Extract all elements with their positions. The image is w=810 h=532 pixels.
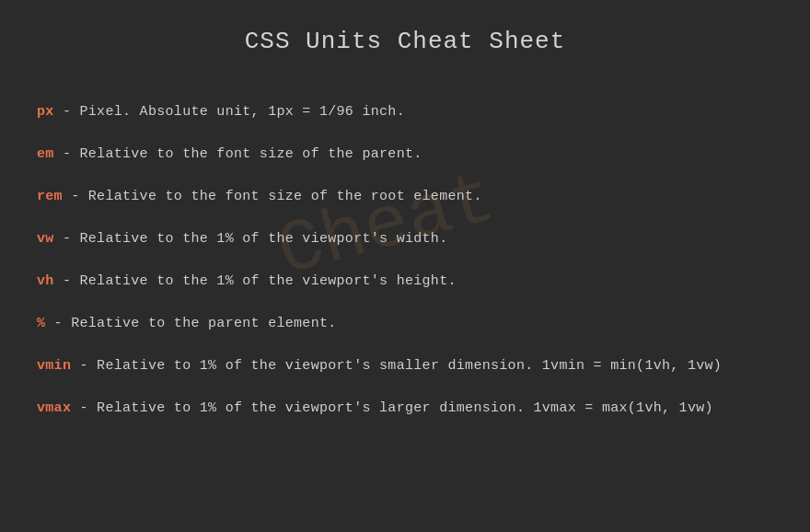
unit-description-1: - Relative to the font size of the paren… xyxy=(54,146,422,162)
unit-description-3: - Relative to the 1% of the viewport's w… xyxy=(54,231,448,247)
unit-row: vmin - Relative to 1% of the viewport's … xyxy=(37,355,792,377)
unit-keyword-%: % xyxy=(37,316,45,331)
unit-keyword-vmin: vmin xyxy=(37,358,71,374)
unit-row: vw - Relative to the 1% of the viewport'… xyxy=(37,228,792,250)
unit-keyword-rem: rem xyxy=(37,189,63,204)
unit-row: vmax - Relative to 1% of the viewport's … xyxy=(37,398,792,420)
unit-row: rem - Relative to the font size of the r… xyxy=(37,186,792,208)
unit-keyword-vmax: vmax xyxy=(37,400,71,416)
unit-keyword-px: px xyxy=(37,104,54,120)
unit-description-4: - Relative to the 1% of the viewport's h… xyxy=(54,273,457,289)
unit-row: em - Relative to the font size of the pa… xyxy=(37,144,792,166)
page-title: CSS Units Cheat Sheet xyxy=(18,28,792,55)
unit-row: vh - Relative to the 1% of the viewport'… xyxy=(37,271,792,293)
title-container: CSS Units Cheat Sheet xyxy=(18,28,792,55)
unit-keyword-em: em xyxy=(37,146,54,162)
unit-description-6: - Relative to 1% of the viewport's small… xyxy=(71,358,722,374)
unit-description-2: - Relative to the font size of the root … xyxy=(63,189,482,204)
unit-description-5: - Relative to the parent element. xyxy=(45,316,336,331)
unit-description-0: - Pixel. Absolute unit, 1px = 1/96 inch. xyxy=(54,104,405,120)
content-area: px - Pixel. Absolute unit, 1px = 1/96 in… xyxy=(18,101,792,420)
unit-row: px - Pixel. Absolute unit, 1px = 1/96 in… xyxy=(37,101,792,123)
unit-description-7: - Relative to 1% of the viewport's large… xyxy=(71,400,713,416)
unit-keyword-vh: vh xyxy=(37,273,54,289)
unit-keyword-vw: vw xyxy=(37,231,54,247)
unit-row: % - Relative to the parent element. xyxy=(37,313,792,335)
